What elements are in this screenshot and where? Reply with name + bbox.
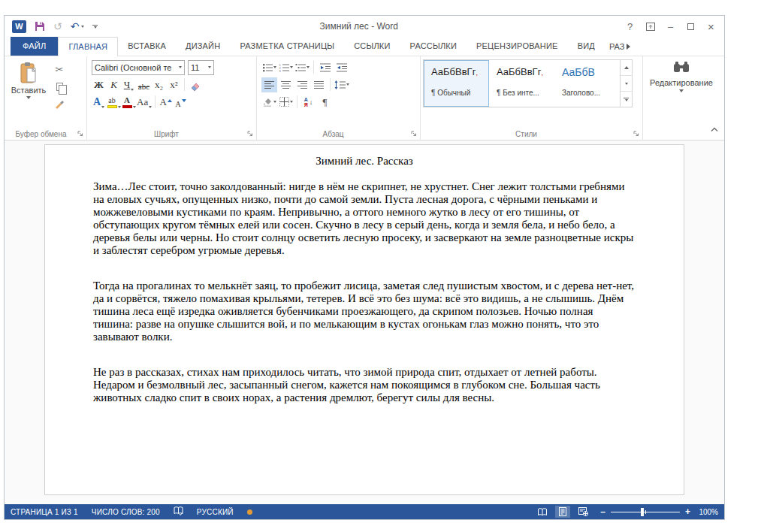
bullets-button[interactable]	[261, 60, 277, 75]
multilevel-caret	[307, 66, 310, 68]
font-dialog-launcher[interactable]	[246, 130, 254, 138]
show-paragraph-marks-button[interactable]: ¶	[317, 95, 333, 110]
help-button[interactable]: ?	[620, 18, 640, 35]
styles-gallery-more[interactable]	[621, 92, 632, 107]
font-size-combobox[interactable]: 11	[188, 60, 214, 75]
clear-formatting-button[interactable]	[188, 77, 202, 92]
tab-developer-truncated[interactable]: РАЗ	[605, 37, 635, 56]
bold-button[interactable]: Ж	[92, 77, 106, 92]
align-right-button[interactable]	[294, 77, 310, 92]
tab-file[interactable]: ФАЙЛ	[11, 37, 58, 56]
decrease-indent-button[interactable]	[317, 60, 333, 75]
style-normal[interactable]: АаБбВвГг, ¶ Обычный	[424, 60, 489, 107]
tab-home[interactable]: ГЛАВНАЯ	[58, 37, 118, 56]
highlight-color-button[interactable]: ab	[107, 95, 121, 110]
copy-icon[interactable]	[52, 80, 67, 93]
word-app-icon[interactable]: W	[12, 20, 26, 33]
print-layout-button[interactable]	[555, 506, 570, 518]
page-count-status[interactable]: СТРАНИЦА 1 ИЗ 1	[11, 508, 78, 516]
align-center-button[interactable]	[278, 77, 294, 92]
redo-icon[interactable]: ↺	[53, 20, 62, 32]
strikethrough-button[interactable]: abc	[137, 77, 151, 92]
tab-design[interactable]: ДИЗАЙН	[176, 37, 230, 56]
italic-button[interactable]: К	[107, 77, 121, 92]
customize-qat-button[interactable]	[92, 25, 98, 29]
tab-mailings[interactable]: РАССЫЛКИ	[400, 37, 467, 56]
borders-button[interactable]	[278, 95, 294, 110]
paragraph-dialog-launcher[interactable]	[410, 130, 418, 138]
status-left: СТРАНИЦА 1 ИЗ 1 ЧИСЛО СЛОВ: 200 РУССКИЙ	[11, 506, 252, 517]
ribbon-display-options-button[interactable]	[640, 18, 660, 35]
editing-dropdown-caret[interactable]	[679, 89, 684, 92]
maximize-button[interactable]	[681, 18, 701, 35]
styles-scroll-up[interactable]	[621, 60, 632, 76]
style-preview: АаБбВвГг,	[431, 66, 487, 89]
styles-gallery: АаБбВвГг, ¶ Обычный АаБбВвГг, ¶ Без инте…	[423, 59, 621, 107]
line-spacing-button[interactable]	[334, 77, 349, 92]
zoom-slider-handle[interactable]	[641, 508, 644, 516]
shrink-font-button[interactable]: А	[174, 95, 188, 110]
zoom-in-button[interactable]: +	[685, 506, 690, 517]
document-page[interactable]: Зимний лес. Рассказ Зима…Лес стоит, точн…	[44, 144, 684, 495]
format-painter-icon[interactable]	[52, 97, 67, 110]
qat-more-bar	[92, 25, 98, 26]
chevron-up-icon	[711, 127, 718, 132]
style-no-spacing[interactable]: АаБбВвГг, ¶ Без инте...	[489, 60, 554, 107]
tab-insert[interactable]: ВСТАВКА	[118, 37, 176, 56]
numbering-button[interactable]: 123	[278, 60, 294, 75]
document-paragraph[interactable]: Тогда на прогалинах то мелькнёт заяц, то…	[93, 280, 636, 343]
font-name-combobox[interactable]: Calibri (Основной те	[92, 60, 185, 75]
clipboard-dialog-launcher[interactable]	[77, 130, 84, 138]
find-button[interactable]	[673, 61, 690, 76]
increase-indent-button[interactable]	[334, 60, 349, 75]
document-paragraph[interactable]: Не раз в рассказах, стихах нам приходило…	[93, 366, 636, 404]
tab-references[interactable]: ССЫЛКИ	[344, 37, 400, 56]
zoom-slider[interactable]	[611, 512, 680, 512]
subscript-button[interactable]: x₂	[152, 77, 166, 92]
cut-icon[interactable]: ✂	[52, 62, 67, 76]
underline-glyph: Ч	[124, 79, 130, 91]
language-status[interactable]: РУССКИЙ	[197, 508, 234, 516]
change-case-button[interactable]: Aa	[137, 95, 152, 110]
collapse-ribbon-button[interactable]	[711, 122, 718, 135]
undo-button[interactable]: ↶	[71, 20, 85, 32]
document-title[interactable]: Зимний лес. Рассказ	[93, 155, 636, 168]
text-effects-button[interactable]: А	[92, 95, 106, 110]
web-layout-button[interactable]	[575, 506, 590, 518]
justify-button[interactable]	[311, 77, 327, 92]
more-bar	[624, 98, 629, 98]
grow-font-button[interactable]: А	[159, 95, 173, 110]
paste-button[interactable]: Вставить	[8, 59, 49, 128]
multilevel-list-icon	[295, 63, 306, 72]
document-area: Зимний лес. Рассказ Зима…Лес стоит, точн…	[5, 141, 724, 504]
close-button[interactable]: ×	[701, 18, 721, 35]
minimize-button[interactable]: –	[660, 18, 681, 35]
zoom-level[interactable]: 100%	[696, 508, 718, 516]
document-paragraph[interactable]: Зима…Лес стоит, точно заколдованный: ниг…	[93, 180, 636, 257]
styles-dialog-launcher[interactable]	[633, 130, 640, 138]
sort-button[interactable]: АЯ ↓	[300, 95, 316, 110]
word-window: W ↺ ↶ Зимний лес - Word ?	[4, 15, 725, 520]
status-right: – + 100%	[535, 506, 718, 518]
proofing-status[interactable]	[174, 506, 183, 517]
svg-text:3: 3	[279, 68, 282, 71]
tab-review[interactable]: РЕЦЕНЗИРОВАНИЕ	[467, 37, 568, 56]
numbering-caret	[290, 66, 293, 68]
styles-scroll-buttons	[621, 59, 633, 107]
superscript-button[interactable]: x²	[167, 77, 181, 92]
underline-button[interactable]: Ч	[122, 77, 136, 92]
tab-page-layout[interactable]: РАЗМЕТКА СТРАНИЦЫ	[230, 37, 344, 56]
word-count-status[interactable]: ЧИСЛО СЛОВ: 200	[92, 508, 160, 516]
font-color-button[interactable]: А	[122, 95, 136, 110]
tab-scroll-right-icon	[627, 44, 630, 50]
zoom-out-button[interactable]: –	[600, 506, 605, 517]
save-button[interactable]	[35, 21, 45, 32]
multilevel-list-button[interactable]	[294, 60, 310, 75]
style-heading1[interactable]: АаБбВ Заголово...	[554, 60, 620, 107]
styles-scroll-down[interactable]	[621, 76, 632, 92]
group-clipboard: Вставить ✂ Буфер обмена	[6, 56, 87, 140]
shading-button[interactable]	[261, 95, 277, 110]
read-mode-button[interactable]	[535, 506, 550, 518]
tab-view[interactable]: ВИД	[568, 37, 605, 56]
align-left-button[interactable]	[261, 77, 277, 92]
